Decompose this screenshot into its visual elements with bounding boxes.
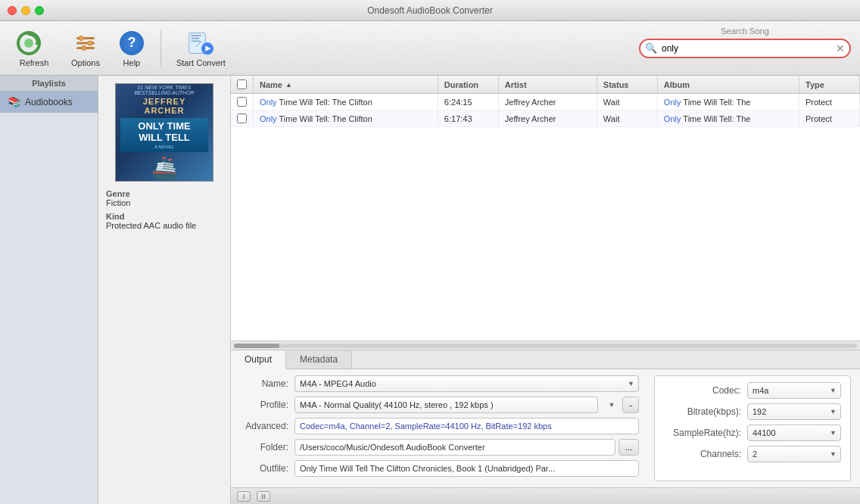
th-duration[interactable]: Duration	[438, 76, 499, 93]
start-convert-label: Start Convert	[176, 58, 226, 67]
svg-point-7	[88, 41, 92, 45]
codec-select-wrap: m4a mp3 aac ▼	[747, 382, 841, 399]
table-area: Name ▲ Duration Artist Status Album Type	[231, 76, 860, 350]
th-artist[interactable]: Artist	[499, 76, 597, 93]
svg-rect-10	[192, 35, 202, 36]
search-input[interactable]	[639, 39, 851, 58]
refresh-label: Refresh	[20, 58, 49, 67]
status-btn-2[interactable]: II	[257, 491, 270, 502]
bottom-panel: Output Metadata Name: M4A - MPEG4 Audio	[231, 350, 860, 487]
name-row: Name: M4A - MPEG4 Audio MP3 AAC ▼	[240, 375, 639, 392]
settings-left: Name: M4A - MPEG4 Audio MP3 AAC ▼ Pr	[240, 375, 639, 481]
svg-point-8	[82, 45, 86, 50]
td-status-1: Wait	[597, 94, 658, 110]
browse-button[interactable]: ...	[619, 439, 639, 456]
empty-space	[231, 127, 860, 278]
window-title: Ondesoft AudioBook Converter	[367, 5, 492, 16]
bitrate-select-wrap: 192 128 256 320 ▼	[747, 403, 841, 420]
samplerate-select[interactable]: 44100 22050 48000	[747, 425, 841, 441]
cover-subtitle: A NOVEL	[125, 145, 204, 149]
td-checkbox-2[interactable]	[231, 110, 254, 126]
refresh-button[interactable]: Refresh	[9, 26, 59, 70]
options-button[interactable]: Options	[65, 26, 106, 70]
help-label: Help	[123, 58, 141, 67]
svg-rect-11	[192, 37, 200, 39]
td-status-2: Wait	[597, 110, 658, 126]
channels-select[interactable]: 2 1	[747, 446, 841, 462]
help-button[interactable]: ? Help	[112, 26, 151, 70]
audiobooks-icon: 📚	[8, 96, 20, 108]
td-checkbox-1[interactable]	[231, 94, 254, 110]
advanced-row: Advanced:	[240, 418, 639, 434]
profile-edit-button[interactable]: -	[622, 397, 639, 413]
sidebar-header: Playlists	[0, 76, 98, 92]
row-checkbox-2[interactable]	[237, 114, 247, 123]
genre-label: Genre	[106, 189, 223, 198]
profile-label: Profile:	[240, 400, 294, 410]
td-name-1: Only Time Will Tell: The Clifton	[254, 94, 438, 110]
th-checkbox[interactable]	[231, 76, 254, 93]
table-header: Name ▲ Duration Artist Status Album Type	[231, 76, 860, 94]
name-select[interactable]: M4A - MPEG4 Audio MP3 AAC	[294, 375, 639, 392]
th-status[interactable]: Status	[597, 76, 658, 93]
samplerate-row: SampleRate(hz): 44100 22050 48000 ▼	[664, 425, 841, 441]
th-name[interactable]: Name ▲	[254, 76, 438, 93]
tabs-row: Output Metadata	[231, 350, 860, 369]
name-select-wrapper: M4A - MPEG4 Audio MP3 AAC ▼	[294, 375, 639, 392]
cover-author: #1 NEW YORK TIMES BESTSELLING AUTHOR	[120, 85, 208, 95]
codec-select[interactable]: m4a mp3 aac	[747, 382, 841, 399]
start-convert-button[interactable]: Start Convert	[170, 26, 232, 70]
kind-value: Protected AAC audio file	[106, 221, 223, 230]
search-icon: 🔍	[645, 42, 657, 54]
table-row[interactable]: Only Time Will Tell: The Clifton 6:24:15…	[231, 94, 860, 110]
cover-title: ONLY TIMEWILL TELL	[125, 121, 204, 143]
outfile-label: Outfile:	[240, 463, 294, 474]
folder-row: Folder: ...	[240, 439, 639, 456]
folder-label: Folder:	[240, 442, 294, 453]
profile-select-wrapper: M4A - Normal Quality( 44100 Hz, stereo ,…	[294, 397, 619, 413]
cover-ship-icon: 🚢	[151, 155, 178, 180]
close-button[interactable]	[8, 6, 17, 15]
scroll-track	[234, 344, 857, 348]
table-body: Only Time Will Tell: The Clifton 6:24:15…	[231, 94, 860, 341]
search-clear-button[interactable]: ✕	[836, 43, 845, 54]
advanced-input[interactable]	[294, 418, 639, 434]
maximize-button[interactable]	[35, 6, 44, 15]
bitrate-select[interactable]: 192 128 256 320	[747, 403, 841, 420]
minimize-button[interactable]	[21, 6, 30, 15]
folder-input[interactable]	[294, 439, 615, 456]
search-container: Search Song 🔍 ✕	[639, 39, 851, 58]
horizontal-scrollbar[interactable]	[231, 341, 860, 350]
profile-select[interactable]: M4A - Normal Quality( 44100 Hz, stereo ,…	[294, 397, 598, 413]
td-artist-2: Jeffrey Archer	[499, 110, 597, 126]
row-checkbox-1[interactable]	[237, 97, 247, 107]
help-icon: ?	[118, 30, 145, 57]
bitrate-row: Bitrate(kbps): 192 128 256 320 ▼	[664, 403, 841, 420]
td-artist-1: Jeffrey Archer	[499, 94, 597, 110]
cover-author-name: JEFFREYARCHER	[143, 97, 186, 115]
book-cover: #1 NEW YORK TIMES BESTSELLING AUTHOR JEF…	[115, 83, 213, 182]
refresh-icon	[15, 30, 42, 57]
sidebar-item-audiobooks[interactable]: 📚 Audiobooks	[0, 92, 98, 113]
scroll-thumb[interactable]	[234, 344, 279, 348]
status-btn-1[interactable]: I	[237, 491, 251, 502]
tab-metadata[interactable]: Metadata	[286, 350, 352, 369]
td-name-2: Only Time Will Tell: The Clifton	[254, 110, 438, 126]
info-panel: #1 NEW YORK TIMES BESTSELLING AUTHOR JEF…	[98, 76, 231, 504]
table-row[interactable]: Only Time Will Tell: The Clifton 6:17:43…	[231, 110, 860, 127]
channels-select-wrap: 2 1 ▼	[747, 446, 841, 462]
outfile-input[interactable]	[294, 460, 639, 477]
sidebar: Playlists 📚 Audiobooks	[0, 76, 98, 504]
sidebar-item-label: Audiobooks	[25, 97, 73, 107]
window-controls	[8, 6, 44, 15]
header-checkbox[interactable]	[237, 79, 247, 89]
td-duration-2: 6:17:43	[438, 110, 499, 126]
name-label: Name:	[240, 378, 294, 389]
td-album-2: Only Time Will Tell: The	[658, 110, 799, 126]
kind-label: Kind	[106, 212, 223, 221]
bitrate-label: Bitrate(kbps):	[664, 406, 747, 417]
sort-arrow: ▲	[285, 81, 292, 89]
tab-output[interactable]: Output	[231, 350, 286, 369]
th-type[interactable]: Type	[799, 76, 860, 93]
th-album[interactable]: Album	[658, 76, 799, 93]
